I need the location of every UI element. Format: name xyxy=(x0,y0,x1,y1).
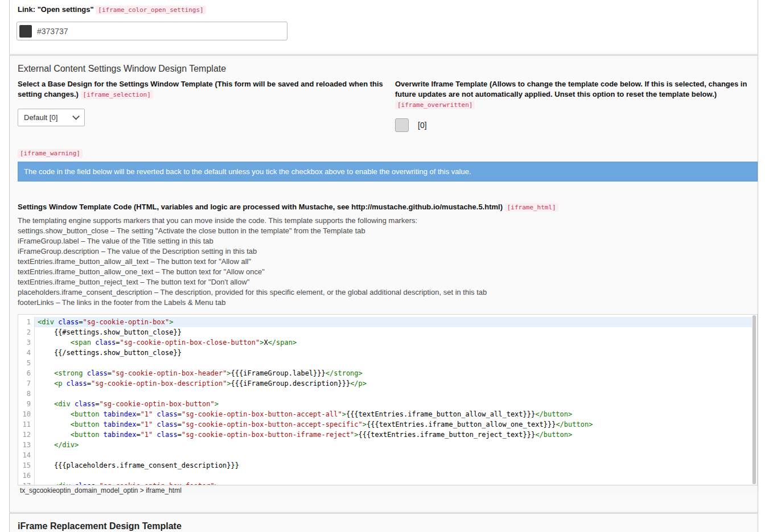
base-design-selected-option: Default [0] xyxy=(24,113,57,122)
code-line-content xyxy=(35,450,38,460)
color-input[interactable]: #373737 xyxy=(17,22,287,40)
warning-message: The code in the field below will be reve… xyxy=(24,167,471,176)
code-line[interactable]: 15 {{{placeholders.iframe_consent_descri… xyxy=(18,460,752,471)
marker-description-line: textEntries.iframe_button_reject_text – … xyxy=(18,277,758,287)
line-number: 17 xyxy=(18,481,35,485)
line-number: 7 xyxy=(18,378,35,389)
overwrite-checkbox[interactable] xyxy=(395,118,409,132)
base-design-label: Select a Base Design for the Settings Wi… xyxy=(18,79,388,100)
warning-infobox: The code in the field below will be reve… xyxy=(18,162,758,182)
code-line-content: <p class="sg-cookie-optin-box-descriptio… xyxy=(35,378,367,389)
code-line-content: <span class="sg-cookie-optin-box-close-b… xyxy=(35,337,297,348)
code-line-content: <button tabindex="1" class="sg-cookie-op… xyxy=(35,430,572,440)
code-lines: 1<div class="sg-cookie-optin-box">2 {{#s… xyxy=(18,315,752,485)
code-line[interactable]: 16 xyxy=(18,471,752,481)
link-color-panel: Link: "Open settings" [iframe_color_open… xyxy=(9,0,758,55)
base-design-label-text: Select a Base Design for the Settings Wi… xyxy=(18,80,383,98)
link-color-field-tag: [iframe_color_open_settings] xyxy=(96,6,205,14)
overwrite-label: Overwrite Iframe Template (Allows to cha… xyxy=(395,79,756,110)
code-line-content: <div class="sg-cookie-optin-box-button"> xyxy=(35,399,219,409)
settings-form: Link: "Open settings" [iframe_color_open… xyxy=(0,0,773,532)
marker-description-line: settings.show_button_close – The setting… xyxy=(18,226,758,236)
overwrite-label-text: Overwrite Iframe Template (Allows to cha… xyxy=(395,80,747,98)
code-line[interactable]: 7 <p class="sg-cookie-optin-box-descript… xyxy=(18,378,752,389)
line-number: 9 xyxy=(18,399,35,409)
code-line-content xyxy=(35,358,38,368)
base-design-select[interactable]: Default [0] xyxy=(18,109,85,126)
code-line-content: <button tabindex="1" class="sg-cookie-op… xyxy=(35,409,572,419)
editor-scrollbar-thumb[interactable] xyxy=(753,315,756,484)
warning-tag: [iframe_warning] xyxy=(18,149,83,158)
field-path: tx_sgcookieoptin_domain_model_optin > if… xyxy=(18,485,758,495)
code-line[interactable]: 5 xyxy=(18,358,752,368)
line-number: 10 xyxy=(18,409,35,419)
code-line[interactable]: 14 xyxy=(18,450,752,460)
base-design-tag: [iframe_selection] xyxy=(81,90,153,99)
code-line-content: <strong class="sg-cookie-optin-box-heade… xyxy=(35,368,363,378)
external-panel-heading: External Content Settings Window Design … xyxy=(18,64,226,74)
template-code-label: Settings Window Template Code (HTML, var… xyxy=(18,202,758,213)
code-line-content: {{{placeholders.iframe_consent_descripti… xyxy=(35,460,239,471)
marker-description-line: textEntries.iframe_button_allow_all_text… xyxy=(18,257,758,267)
color-value: #373737 xyxy=(37,27,68,36)
code-line-content: <div class="sg-cookie-optin-box"> xyxy=(35,317,752,327)
link-color-label: Link: "Open settings" [iframe_color_open… xyxy=(18,5,206,15)
line-number: 13 xyxy=(18,440,35,450)
line-number: 1 xyxy=(18,317,35,327)
chevron-down-icon xyxy=(72,113,80,120)
color-swatch[interactable] xyxy=(19,25,32,38)
code-line[interactable]: 6 <strong class="sg-cookie-optin-box-hea… xyxy=(18,368,752,378)
code-line[interactable]: 1<div class="sg-cookie-optin-box"> xyxy=(18,317,752,327)
marker-description-line: iFrameGroup.label – The value of the Tit… xyxy=(18,236,758,246)
code-line-content: <button tabindex="1" class="sg-cookie-op… xyxy=(35,419,593,430)
template-code-label-text: Settings Window Template Code (HTML, var… xyxy=(18,203,503,211)
overwrite-checkbox-label: [0] xyxy=(418,121,427,130)
line-number: 5 xyxy=(18,358,35,368)
code-line[interactable]: 3 <span class="sg-cookie-optin-box-close… xyxy=(18,337,752,348)
code-line[interactable]: 4 {{/settings.show_button_close}} xyxy=(18,348,752,358)
link-color-label-text: Link: "Open settings" xyxy=(18,5,94,14)
code-line[interactable]: 8 xyxy=(18,389,752,399)
marker-descriptions: The templating engine supports markers t… xyxy=(18,216,758,308)
line-number: 4 xyxy=(18,348,35,358)
code-line-content: {{#settings.show_button_close}} xyxy=(35,327,182,337)
line-number: 15 xyxy=(18,460,35,471)
marker-description-line: The templating engine supports markers t… xyxy=(18,216,758,226)
code-line[interactable]: 9 <div class="sg-cookie-optin-box-button… xyxy=(18,399,752,409)
code-line[interactable]: 13 </div> xyxy=(18,440,752,450)
line-number: 11 xyxy=(18,419,35,430)
line-number: 12 xyxy=(18,430,35,440)
marker-description-line: footerLinks – The links in the footer fr… xyxy=(18,298,758,308)
line-number: 8 xyxy=(18,389,35,399)
marker-description-line: placeholders.iframe_consent_description … xyxy=(18,287,758,298)
code-line-content xyxy=(35,471,38,481)
template-code-tag: [iframe_html] xyxy=(505,203,558,212)
marker-description-line: iFrameGroup.description – The value of t… xyxy=(18,246,758,257)
code-line[interactable]: 17 <div class="sg-cookie-optin-box-foote… xyxy=(18,481,752,485)
code-line[interactable]: 10 <button tabindex="1" class="sg-cookie… xyxy=(18,409,752,419)
line-number: 14 xyxy=(18,450,35,460)
external-content-panel: External Content Settings Window Design … xyxy=(9,55,758,513)
code-line[interactable]: 12 <button tabindex="1" class="sg-cookie… xyxy=(18,430,752,440)
warning-tag-row: [iframe_warning] xyxy=(18,147,83,158)
line-number: 16 xyxy=(18,471,35,481)
line-number: 2 xyxy=(18,327,35,337)
code-line[interactable]: 11 <button tabindex="1" class="sg-cookie… xyxy=(18,419,752,430)
replacement-panel-heading: iFrame Replacement Design Template xyxy=(18,521,182,531)
marker-description-line: textEntries.iframe_button_allow_one_text… xyxy=(18,267,758,277)
code-line-content: </div> xyxy=(35,440,79,450)
code-line-content: <div class="sg-cookie-optin-box-footer"> xyxy=(35,481,219,485)
code-line[interactable]: 2 {{#settings.show_button_close}} xyxy=(18,327,752,337)
line-number: 3 xyxy=(18,337,35,348)
code-line-content xyxy=(35,389,38,399)
code-line-content: {{/settings.show_button_close}} xyxy=(35,348,182,358)
line-number: 6 xyxy=(18,368,35,378)
editor-scrollbar[interactable] xyxy=(752,315,756,484)
template-code-editor[interactable]: 1<div class="sg-cookie-optin-box">2 {{#s… xyxy=(18,314,758,485)
overwrite-tag: [iframe_overwritten] xyxy=(395,101,475,109)
iframe-replacement-panel: iFrame Replacement Design Template xyxy=(9,513,758,532)
